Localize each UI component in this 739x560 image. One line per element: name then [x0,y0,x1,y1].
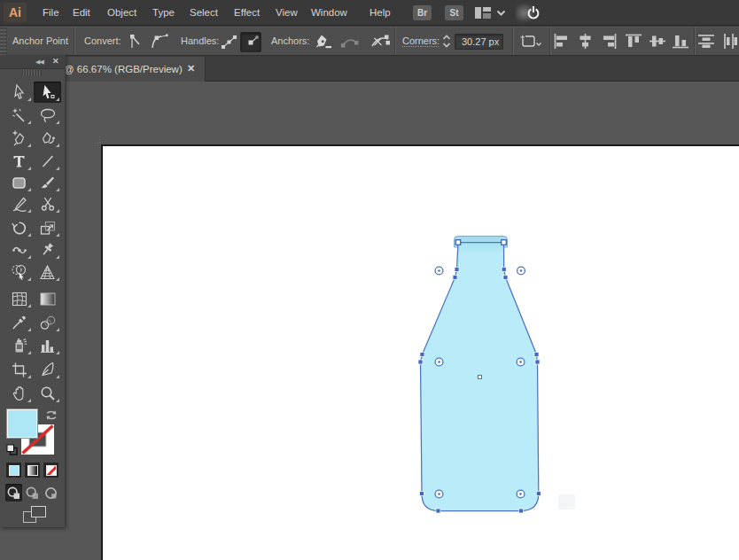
stepper-down-icon[interactable] [442,43,451,48]
collapse-panel-icon[interactable]: ◀◀ [35,58,43,66]
convert-to-corner-icon[interactable] [125,32,144,51]
width-tool[interactable] [5,239,33,261]
scale-tool[interactable] [34,217,61,238]
type-tool[interactable] [5,151,33,172]
blend-tool[interactable] [34,312,61,333]
align-top-icon[interactable] [626,34,642,49]
curvature-tool[interactable] [34,128,61,149]
anchor-point-selected[interactable] [502,268,506,272]
menu-item-file[interactable]: File [43,0,59,25]
none-button[interactable] [43,463,58,478]
draw-normal-button[interactable] [5,484,22,502]
distribute-horizontal-icon[interactable] [723,34,739,49]
swap-fill-stroke-icon[interactable] [45,409,58,421]
anchor-point-unselected[interactable] [502,240,507,245]
menu-item-select[interactable]: Select [190,0,218,25]
bridge-button[interactable]: Br [413,5,432,20]
mesh-tool[interactable] [5,288,33,309]
anchor-point-selected[interactable] [453,276,457,280]
close-panel-icon[interactable]: ✕ [52,57,59,66]
artboard-tool[interactable] [5,359,33,380]
anchor-point-selected[interactable] [420,492,424,496]
gradient-button[interactable] [25,463,40,478]
anchor-point-selected[interactable] [420,353,424,357]
corners-input[interactable]: 30.27 px [455,34,503,50]
corner-widget[interactable] [435,490,443,498]
perspective-grid-tool[interactable] [34,261,61,283]
direct-selection-tool[interactable] [34,82,61,103]
align-center-icon[interactable] [578,34,593,49]
default-fill-stroke-icon[interactable] [6,444,18,455]
corners-label[interactable]: Corners: [402,35,440,46]
control-bar-grip[interactable] [0,27,7,55]
anchor-point-selected[interactable] [436,509,440,513]
anchor-point-selected[interactable] [534,353,539,357]
menu-item-edit[interactable]: Edit [73,0,90,25]
selection-tool[interactable] [5,82,33,103]
align-right-icon[interactable] [602,34,617,49]
align-bottom-icon[interactable] [673,34,688,49]
anchor-point-selected[interactable] [536,492,541,496]
pen-tool[interactable] [5,128,33,149]
menu-item-effect[interactable]: Effect [234,0,260,25]
hand-tool[interactable] [5,383,33,404]
symbol-sprayer-tool[interactable] [5,335,33,356]
draw-behind-button[interactable] [24,484,41,502]
menu-item-help[interactable]: Help [370,0,391,25]
canvas-area[interactable] [0,82,739,560]
anchor-point-selected[interactable] [535,360,540,364]
connect-anchors-icon[interactable] [339,34,360,50]
anchor-point-selected[interactable] [519,509,524,513]
power-icon[interactable] [516,4,541,23]
corner-widget[interactable] [435,358,443,366]
color-button[interactable] [6,463,21,478]
show-handles-button[interactable] [219,32,239,52]
stepper-up-icon[interactable] [442,35,451,40]
corner-widget[interactable] [517,267,525,275]
remove-anchors-icon[interactable] [313,32,333,52]
corner-widget[interactable] [517,490,525,498]
workspace-switcher-icon[interactable] [475,7,491,19]
anchor-point-selected[interactable] [418,360,423,364]
stock-button[interactable]: St [445,5,463,20]
scissors-tool[interactable] [34,193,61,214]
panel-grip[interactable] [22,70,42,76]
hide-handles-button[interactable] [240,32,261,52]
convert-to-smooth-icon[interactable] [150,32,170,51]
gradient-tool[interactable] [34,288,61,309]
anchor-point-unselected[interactable] [455,240,461,245]
menu-item-view[interactable]: View [276,0,298,25]
rectangle-tool[interactable] [5,172,33,193]
zoom-tool[interactable] [34,383,61,404]
slice-tool[interactable] [34,359,61,380]
column-graph-tool[interactable] [34,335,61,356]
corners-stepper[interactable] [442,35,451,48]
menu-item-type[interactable]: Type [152,0,175,25]
shaper-tool[interactable] [5,193,33,214]
isolate-object-icon[interactable] [518,33,543,51]
corner-widget[interactable] [517,358,525,366]
tab-close-icon[interactable]: ✕ [187,63,195,74]
align-middle-icon[interactable] [650,34,665,49]
shape-builder-tool[interactable] [5,261,33,283]
magic-wand-tool[interactable] [5,105,33,126]
draw-inside-button[interactable] [43,484,59,502]
anchor-point-selected[interactable] [455,268,459,272]
distribute-vertical-icon[interactable] [698,34,714,49]
document-tab[interactable]: @ 66.67% (RGB/Preview) ✕ [50,57,206,82]
bottle-artwork[interactable] [0,82,739,560]
lasso-tool[interactable] [34,105,61,126]
line-segment-tool[interactable] [34,151,61,172]
chevron-down-icon[interactable] [496,10,506,17]
cut-path-icon[interactable] [370,32,391,51]
anchor-point-selected[interactable] [503,276,508,280]
puppet-warp-tool[interactable] [34,239,61,261]
screen-mode-button[interactable] [23,506,48,524]
fill-swatch[interactable] [6,408,38,439]
paintbrush-tool[interactable] [34,172,61,193]
corner-widget[interactable] [435,267,443,275]
rotate-tool[interactable] [5,217,33,238]
eyedropper-tool[interactable] [5,312,33,333]
align-left-icon[interactable] [554,34,569,49]
menu-item-object[interactable]: Object [107,0,136,25]
